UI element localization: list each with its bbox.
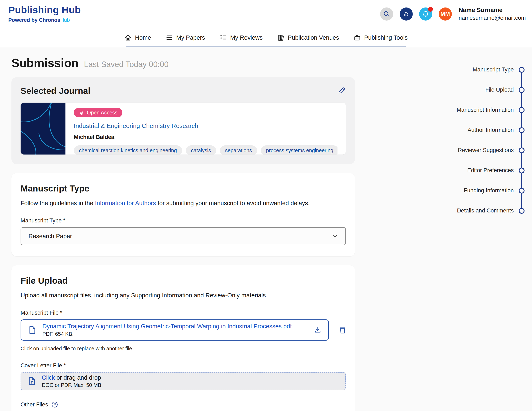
dropzone-line1: Click or drag and drop [42,374,103,381]
dropzone-text: Click or drag and drop DOC or PDF. Max. … [42,374,103,388]
app-title: Publishing Hub [8,4,81,16]
help-icon[interactable] [51,401,58,408]
step-manuscript-type[interactable]: Manuscript Type [456,60,524,80]
file-upload-description: Upload all manuscript files, including a… [20,292,346,299]
step-dot [519,168,524,173]
journal-tag: process systems engineering [261,145,337,155]
user-menu[interactable]: Name Surname namesurname@email.com [459,6,526,22]
other-files-label: Other Files [20,401,346,408]
pencil-icon [337,86,346,95]
list-icon [166,34,173,41]
step-label: Author Information [468,127,514,133]
step-dot [519,87,524,93]
step-file-upload[interactable]: File Upload [456,80,524,100]
step-editor-preferences[interactable]: Editor Preferences [456,160,524,180]
title-row: Submission Last Saved Today 00:00 [11,47,532,70]
last-saved-status: Last Saved Today 00:00 [84,60,169,69]
notification-badge [428,7,433,12]
journal-title-link[interactable]: Industrial & Engineering Chemistry Resea… [74,122,337,129]
nav-item-my-reviews[interactable]: My Reviews [219,34,262,41]
header: Publishing Hub Powered by ChronosHub [0,0,532,28]
search-icon [383,10,390,18]
step-dot [519,208,524,214]
journal-tag: catalysis [186,145,216,155]
manuscript-type-select[interactable]: Research Paper [20,227,346,245]
manuscript-type-selected-value: Research Paper [28,233,72,240]
information-for-authors-link[interactable]: Information for Authors [95,200,156,206]
nav-label-my-papers: My Papers [176,34,205,41]
journal-cover-image [20,103,66,155]
transfer-button[interactable] [400,8,413,20]
nav-item-publishing-tools[interactable]: Publishing Tools [353,34,408,41]
step-dot [519,67,524,73]
step-label: Manuscript Information [456,107,514,113]
journal-card: Open Access Industrial & Engineering Che… [20,103,346,155]
selected-journal-heading: Selected Journal [20,86,90,96]
user-email: namesurname@email.com [459,15,526,22]
upload-file-icon [27,376,37,386]
selected-journal-panel: Selected Journal [11,77,355,164]
step-manuscript-information[interactable]: Manuscript Information [456,100,524,120]
brand-chronos: Chronos [39,17,60,23]
cover-letter-dropzone[interactable]: Click or drag and drop DOC or PDF. Max. … [20,372,346,390]
step-author-information[interactable]: Author Information [456,120,524,140]
journal-editor: Michael Baldea [74,134,337,140]
step-dot [519,107,524,113]
home-icon [124,34,132,41]
step-label: Editor Preferences [467,167,514,174]
chevron-down-icon [331,233,338,240]
edit-journal-button[interactable] [337,86,346,95]
transfer-route-icon [402,10,410,18]
brand-hub: Hub [60,17,70,23]
search-button[interactable] [380,8,393,20]
step-label: Reviewer Suggestions [458,147,514,153]
step-dot [519,148,524,153]
checklist-icon [219,34,227,41]
page: Publishing Hub Powered by ChronosHub [0,0,532,411]
dropzone-click-link[interactable]: Click [42,374,55,381]
app-logo[interactable]: Publishing Hub Powered by ChronosHub [8,4,81,23]
step-details-and-comments[interactable]: Details and Comments [456,201,524,221]
cover-letter-label: Cover Letter File * [20,362,346,369]
description-prefix: Follow the guidelines in the [20,200,95,206]
books-icon [277,34,285,41]
avatar[interactable]: MM [439,8,452,20]
file-upload-heading: File Upload [20,276,346,286]
nav-label-home: Home [135,34,151,41]
step-dot [519,188,524,194]
manuscript-type-field-label: Manuscript Type * [20,217,346,224]
trash-icon [338,326,347,335]
notifications-button[interactable] [419,8,432,20]
delete-file-button[interactable] [338,326,347,335]
nav-scrollbar[interactable] [126,46,406,47]
open-access-badge: Open Access [74,108,122,117]
manuscript-file-name: Dynamic Trajectory Alignment Using Geome… [42,323,292,330]
user-name: Name Surname [459,6,526,14]
other-files-label-text: Other Files [20,402,48,408]
step-funding-information[interactable]: Funding Information [456,180,524,201]
step-reviewer-suggestions[interactable]: Reviewer Suggestions [456,140,524,160]
nav-item-my-papers[interactable]: My Papers [166,34,205,41]
submission-stepper: Manuscript Type File Upload Manuscript I… [456,60,524,221]
journal-tag: chemical reaction kinetics and engineeri… [74,145,182,155]
dropzone-rest-text: or drag and drop [55,374,101,381]
uploaded-manuscript-file[interactable]: Dynamic Trajectory Alignment Using Geome… [20,319,329,341]
nav-item-home[interactable]: Home [124,34,151,41]
nav-item-publication-venues[interactable]: Publication Venues [277,34,339,41]
nav-label-publication-venues: Publication Venues [288,34,339,41]
manuscript-type-description: Follow the guidelines in the Information… [20,200,346,207]
manuscript-type-heading: Manuscript Type [20,184,346,194]
step-dot [519,127,524,133]
dropzone-hint: DOC or PDF. Max. 50 MB. [42,382,103,388]
step-label: Funding Information [464,187,514,194]
nav-label-my-reviews: My Reviews [230,34,262,41]
main-content: Submission Last Saved Today 00:00 Select… [0,47,532,411]
powered-by-text: Powered by [8,17,39,23]
step-label: File Upload [485,87,514,93]
download-icon [314,326,322,334]
open-access-label: Open Access [87,110,117,116]
download-file-button[interactable] [314,326,322,334]
manuscript-file-label: Manuscript File * [20,310,346,316]
document-icon [28,325,37,335]
file-text: Dynamic Trajectory Alignment Using Geome… [42,323,292,337]
